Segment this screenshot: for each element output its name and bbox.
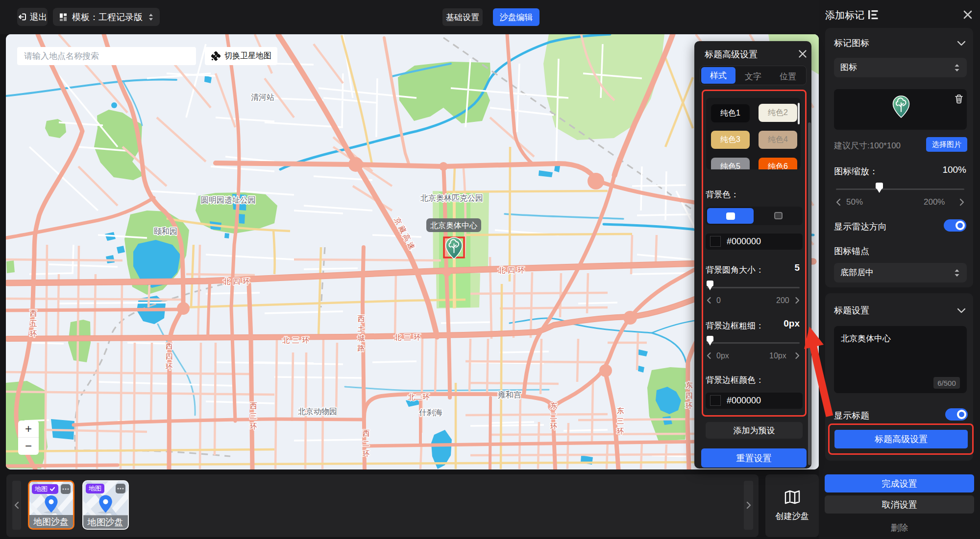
svg-text:北四环: 北四环 xyxy=(223,277,252,285)
svg-text:东四环: 东四环 xyxy=(686,381,693,410)
svg-text:圆明园遗址公园: 圆明园遗址公园 xyxy=(201,196,256,204)
svg-text:东三环: 东三环 xyxy=(617,406,624,435)
svg-text:什刹海: 什刹海 xyxy=(418,408,442,417)
svg-text:地图沙盘: 地图沙盘 xyxy=(87,517,123,527)
svg-text:清河站: 清河站 xyxy=(251,93,274,101)
svg-text:颐和园: 颐和园 xyxy=(154,227,177,235)
svg-text:北三环: 北三环 xyxy=(282,336,312,344)
svg-text:北四环: 北四环 xyxy=(498,266,527,274)
svg-text:雍和宫: 雍和宫 xyxy=(498,391,521,399)
svg-text:西三环: 西三环 xyxy=(250,401,257,430)
svg-text:地图沙盘: 地图沙盘 xyxy=(33,517,69,527)
svg-text:东二环: 东二环 xyxy=(550,401,558,430)
svg-text:西四环: 西四环 xyxy=(166,342,173,371)
svg-text:北二环: 北二环 xyxy=(408,393,430,401)
svg-text:北三环: 北三环 xyxy=(394,333,423,341)
svg-text:北京奥体中心: 北京奥体中心 xyxy=(430,221,477,230)
svg-text:西二环: 西二环 xyxy=(363,429,370,458)
svg-text:西五环: 西五环 xyxy=(30,309,37,338)
svg-text:北京动物园: 北京动物园 xyxy=(298,407,337,416)
svg-text:北京奥林匹克公园: 北京奥林匹克公园 xyxy=(420,194,483,202)
